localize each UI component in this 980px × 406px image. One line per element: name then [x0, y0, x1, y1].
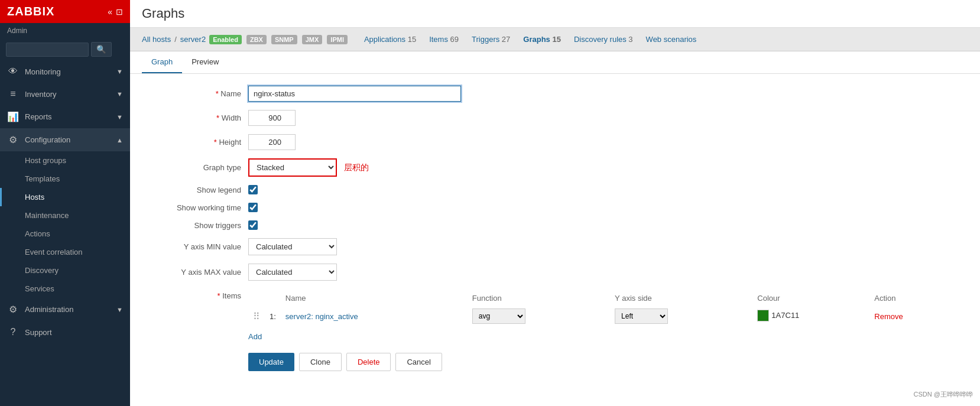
- sidebar-item-inventory[interactable]: ≡ Inventory ▼: [0, 83, 130, 105]
- sidebar-item-monitoring[interactable]: 👁 Monitoring ▼: [0, 60, 130, 83]
- sidebar-search-container: 🔍: [0, 38, 130, 60]
- reports-icon: 📊: [7, 111, 19, 122]
- inventory-icon: ≡: [7, 89, 19, 99]
- add-item-link[interactable]: Add: [248, 332, 262, 341]
- chevron-down-icon: ▼: [116, 306, 123, 313]
- y-axis-max-select[interactable]: Calculated Fixed Item: [248, 264, 337, 281]
- update-button[interactable]: Update: [248, 353, 294, 371]
- chevron-down-icon: ▼: [116, 68, 123, 75]
- top-bar: Graphs: [130, 0, 980, 28]
- cancel-button[interactable]: Cancel: [395, 353, 442, 371]
- administration-icon: ⚙: [7, 304, 19, 315]
- items-label: Items: [154, 289, 248, 300]
- color-swatch: 1A7C11: [757, 310, 799, 321]
- item-name-link[interactable]: server2: nginx_active: [285, 312, 358, 321]
- axis-side-select[interactable]: Left Right: [615, 308, 668, 324]
- color-box[interactable]: [757, 310, 769, 321]
- collapse-icon[interactable]: «: [108, 7, 112, 17]
- table-row: ⠿ 1: server2: nginx_active avg min max l…: [248, 305, 956, 327]
- sidebar-item-label: Inventory: [25, 90, 56, 99]
- remove-link[interactable]: Remove: [874, 312, 903, 321]
- monitoring-icon: 👁: [7, 66, 19, 77]
- th-function: Function: [468, 291, 610, 305]
- name-label: Name: [154, 89, 248, 98]
- sidebar-item-configuration[interactable]: ⚙ Configuration ▲: [0, 128, 130, 151]
- tab-graphs[interactable]: Graphs 15: [518, 33, 566, 46]
- height-input[interactable]: [248, 134, 296, 150]
- drag-handle-icon[interactable]: ⠿: [253, 311, 260, 321]
- sidebar-item-label: Configuration: [25, 135, 70, 144]
- form-row-name: Name: [154, 86, 956, 102]
- sidebar-item-label: Administration: [25, 305, 73, 314]
- th-action: Action: [869, 291, 956, 305]
- logo-text: ZABBIX: [7, 5, 54, 18]
- sidebar-item-administration[interactable]: ⚙ Administration ▼: [0, 298, 130, 321]
- y-axis-min-select[interactable]: Calculated Fixed Item: [248, 238, 337, 255]
- tab-items[interactable]: Items 69: [424, 33, 463, 46]
- y-axis-max-label: Y axis MAX value: [154, 268, 248, 277]
- tab-preview[interactable]: Preview: [182, 51, 228, 73]
- chevron-down-icon: ▼: [116, 90, 123, 98]
- sidebar-subitem-services[interactable]: Services: [0, 280, 130, 298]
- host-link[interactable]: server2: [180, 35, 206, 44]
- sidebar-subitem-templates[interactable]: Templates: [0, 170, 130, 188]
- all-hosts-link[interactable]: All hosts: [142, 35, 171, 44]
- show-triggers-checkbox[interactable]: [248, 220, 258, 230]
- form-row-y-axis-min: Y axis MIN value Calculated Fixed Item: [154, 238, 956, 255]
- sidebar-item-support[interactable]: ? Support: [0, 321, 130, 343]
- badge-jmx: JMX: [302, 35, 323, 44]
- form-container: Name Width Height Graph type Normal Stac…: [130, 74, 980, 383]
- fullscreen-icon[interactable]: ⊡: [116, 7, 123, 17]
- show-working-time-label: Show working time: [154, 203, 248, 212]
- sidebar-item-label: Monitoring: [25, 67, 61, 76]
- form-row-show-triggers: Show triggers: [154, 220, 956, 230]
- host-bar: All hosts / server2 Enabled ZBX SNMP JMX…: [130, 28, 980, 51]
- clone-button[interactable]: Clone: [299, 353, 342, 371]
- graph-type-select[interactable]: Normal Stacked Pie Exploded: [248, 158, 337, 177]
- badge-snmp: SNMP: [271, 35, 297, 44]
- sidebar-logo: ZABBIX « ⊡: [0, 0, 130, 23]
- sidebar: ZABBIX « ⊡ Admin 🔍 👁 Monitoring ▼ ≡ Inve…: [0, 0, 130, 406]
- page-title: Graphs: [142, 6, 968, 21]
- search-button[interactable]: 🔍: [91, 42, 112, 57]
- show-triggers-label: Show triggers: [154, 221, 248, 230]
- sidebar-subitem-discovery[interactable]: Discovery: [0, 261, 130, 280]
- tab-discovery-rules[interactable]: Discovery rules 3: [569, 33, 638, 46]
- th-y-axis-side: Y axis side: [610, 291, 752, 305]
- form-row-width: Width: [154, 110, 956, 126]
- y-axis-min-label: Y axis MIN value: [154, 242, 248, 251]
- items-table: Name Function Y axis side Colour Action …: [248, 291, 956, 327]
- tab-web-scenarios[interactable]: Web scenarios: [641, 33, 702, 46]
- form-row-show-legend: Show legend: [154, 185, 956, 194]
- item-num: 1:: [265, 305, 281, 327]
- sidebar-subitem-host-groups[interactable]: Host groups: [0, 151, 130, 170]
- form-buttons: Update Clone Delete Cancel: [154, 353, 956, 371]
- show-legend-checkbox[interactable]: [248, 185, 258, 194]
- function-select[interactable]: avg min max last: [472, 308, 525, 324]
- watermark: CSDN @王哗哗哗哗: [914, 390, 973, 399]
- width-input[interactable]: [248, 110, 296, 126]
- tab-triggers[interactable]: Triggers 27: [467, 33, 515, 46]
- sidebar-subitem-actions[interactable]: Actions: [0, 225, 130, 243]
- sidebar-subitem-hosts[interactable]: Hosts: [0, 188, 130, 206]
- chevron-up-icon: ▲: [116, 137, 123, 144]
- graph-type-label: Graph type: [154, 163, 248, 172]
- th-colour: Colour: [752, 291, 869, 305]
- sidebar-item-reports[interactable]: 📊 Reports ▼: [0, 105, 130, 128]
- th-num: [265, 291, 281, 305]
- sidebar-subitem-maintenance[interactable]: Maintenance: [0, 206, 130, 225]
- add-container: Add: [248, 332, 956, 341]
- form-row-graph-type: Graph type Normal Stacked Pie Exploded 层…: [154, 158, 956, 177]
- sidebar-item-label: Reports: [25, 112, 52, 121]
- th-name: Name: [281, 291, 468, 305]
- delete-button[interactable]: Delete: [346, 353, 391, 371]
- tab-applications[interactable]: Applications 15: [359, 33, 421, 46]
- sidebar-subitem-event-correlation[interactable]: Event correlation: [0, 243, 130, 261]
- name-input[interactable]: [248, 86, 461, 102]
- form-row-items: Items Name Function Y axis side Colour: [154, 289, 956, 341]
- show-working-time-checkbox[interactable]: [248, 203, 258, 212]
- form-row-show-working-time: Show working time: [154, 203, 956, 212]
- form-row-height: Height: [154, 134, 956, 150]
- search-input[interactable]: [6, 43, 89, 57]
- tab-graph[interactable]: Graph: [142, 51, 182, 73]
